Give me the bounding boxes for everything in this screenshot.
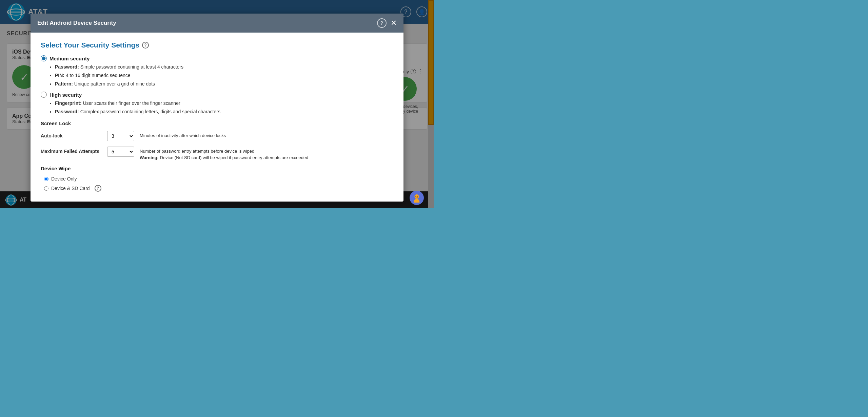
medium-bullet-pin: PIN: 4 to 16 digit numeric sequence xyxy=(55,72,393,79)
high-security-label[interactable]: High security xyxy=(41,92,393,98)
device-wipe-heading: Device Wipe xyxy=(41,166,393,171)
dialog-header-icons: ? ✕ xyxy=(377,18,397,28)
autolock-select[interactable]: 1 2 3 4 5 10 15 30 xyxy=(107,131,134,141)
device-only-label[interactable]: Device Only xyxy=(44,176,393,182)
max-failed-hints: Number of password entry attempts before… xyxy=(140,147,308,160)
section-help-icon[interactable]: ? xyxy=(142,42,149,49)
device-sd-radio[interactable] xyxy=(44,186,48,191)
device-sd-label[interactable]: Device & SD Card ? xyxy=(44,185,393,192)
device-wipe-section: Device Wipe Device Only Device & SD Card… xyxy=(41,166,393,192)
warning-text: Device (Not SD card) will be wiped if pa… xyxy=(160,155,308,160)
device-sd-help-icon[interactable]: ? xyxy=(95,185,101,192)
svg-point-9 xyxy=(414,199,420,203)
high-bullet-password: Password: Complex password containing le… xyxy=(55,108,393,115)
screen-lock-heading: Screen Lock xyxy=(41,120,393,126)
autolock-row: Auto-lock 1 2 3 4 5 10 15 30 Minutes of … xyxy=(41,131,393,141)
autolock-label: Auto-lock xyxy=(41,131,102,138)
medium-security-group: Medium security Password: Simple passwor… xyxy=(41,55,393,88)
high-bullet-fingerprint: Fingerprint: User scans their finger ove… xyxy=(55,100,393,107)
max-failed-select[interactable]: 3 4 5 6 7 8 9 10 xyxy=(107,147,134,157)
max-failed-hint: Number of password entry attempts before… xyxy=(140,147,308,154)
medium-security-radio[interactable] xyxy=(41,55,47,61)
medium-bullet-pattern: Pattern: Unique pattern over a grid of n… xyxy=(55,80,393,88)
svg-point-10 xyxy=(415,196,416,197)
max-failed-label: Maximum Failed Attempts xyxy=(41,147,102,154)
dialog-help-button[interactable]: ? xyxy=(377,18,387,28)
autolock-hint: Minutes of inactivity after which device… xyxy=(140,131,393,138)
high-security-group: High security Fingerprint: User scans th… xyxy=(41,92,393,115)
high-security-text: High security xyxy=(50,92,82,98)
medium-bullet-password: Password: Simple password containing at … xyxy=(55,63,393,71)
section-title-row: Select Your Security Settings ? xyxy=(41,41,393,49)
svg-point-11 xyxy=(417,196,418,197)
warning-label: Warning: xyxy=(140,155,159,160)
edit-security-dialog: Edit Android Device Security ? ✕ Select … xyxy=(31,14,403,202)
dialog-header: Edit Android Device Security ? ✕ xyxy=(31,14,403,33)
device-only-text: Device Only xyxy=(51,176,77,182)
dialog-close-button[interactable]: ✕ xyxy=(391,19,397,27)
wipe-radio-group: Device Only Device & SD Card ? xyxy=(44,176,393,192)
screen-lock-section: Screen Lock Auto-lock 1 2 3 4 5 10 15 30… xyxy=(41,120,393,160)
medium-security-bullets: Password: Simple password containing at … xyxy=(55,63,393,88)
medium-security-text: Medium security xyxy=(50,56,90,61)
device-sd-text: Device & SD Card xyxy=(51,186,90,191)
max-failed-warning: Warning: Device (Not SD card) will be wi… xyxy=(140,155,308,160)
high-security-radio[interactable] xyxy=(41,92,47,98)
dialog-title: Edit Android Device Security xyxy=(37,20,116,26)
max-failed-row: Maximum Failed Attempts 3 4 5 6 7 8 9 10… xyxy=(41,147,393,160)
chat-avatar-icon xyxy=(412,193,421,203)
medium-security-label[interactable]: Medium security xyxy=(41,55,393,61)
chat-avatar-button[interactable] xyxy=(410,191,424,205)
dialog-body: Select Your Security Settings ? Medium s… xyxy=(31,33,403,202)
device-only-radio[interactable] xyxy=(44,177,48,181)
high-security-bullets: Fingerprint: User scans their finger ove… xyxy=(55,100,393,115)
section-title-text: Select Your Security Settings xyxy=(41,41,139,49)
